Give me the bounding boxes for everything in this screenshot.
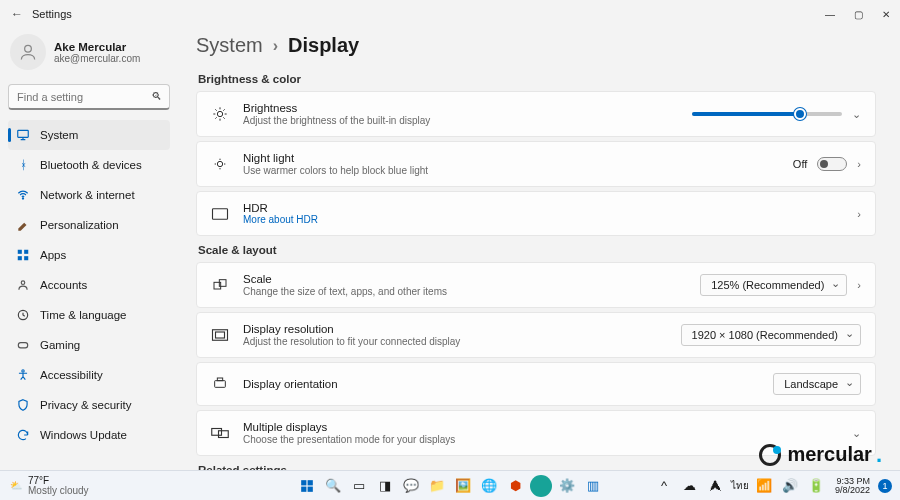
sidebar-item-label: Windows Update [40,429,127,441]
orientation-dropdown[interactable]: Landscape [773,373,861,395]
card-night-light[interactable]: Night light Use warmer colors to help bl… [196,141,876,187]
sidebar-item-system[interactable]: System [8,120,170,150]
sidebar-item-time[interactable]: Time & language [8,300,170,330]
search-icon: 🔍︎ [151,90,162,102]
maximize-button[interactable]: ▢ [844,0,872,28]
sidebar-item-personalization[interactable]: Personalization [8,210,170,240]
card-resolution[interactable]: Display resolution Adjust the resolution… [196,312,876,358]
accounts-icon [16,278,30,292]
svg-rect-6 [24,256,28,260]
photos-app[interactable]: 🖼️ [452,475,474,497]
widgets-button[interactable]: ◨ [374,475,396,497]
hdr-link[interactable]: More about HDR [243,214,843,225]
onedrive-icon[interactable]: ☁ [679,475,701,497]
tray-overflow[interactable]: ^ [653,475,675,497]
resolution-dropdown[interactable]: 1920 × 1080 (Recommended) [681,324,861,346]
svg-rect-4 [24,250,28,254]
card-title: Display resolution [243,323,667,335]
card-orientation[interactable]: Display orientation Landscape [196,362,876,406]
close-button[interactable]: ✕ [872,0,900,28]
back-button[interactable]: ← [6,7,28,21]
clock[interactable]: 9:33 PM 9/8/2022 [835,477,870,495]
card-subtitle: Change the size of text, apps, and other… [243,286,686,297]
svg-rect-13 [213,208,228,219]
profile-email: ake@mercular.com [54,53,140,64]
battery-tray-icon[interactable]: 🔋 [805,475,827,497]
svg-point-11 [217,111,222,116]
card-subtitle: Adjust the resolution to fit your connec… [243,336,667,347]
card-hdr[interactable]: HDR More about HDR › [196,191,876,236]
input-language[interactable]: ไทย [731,478,749,493]
volume-tray-icon[interactable]: 🔊 [779,475,801,497]
sidebar-item-bluetooth[interactable]: ᚼBluetooth & devices [8,150,170,180]
orientation-icon [211,376,229,392]
weather-widget[interactable]: ⛅ 77°F Mostly cloudy [0,476,89,496]
svg-point-12 [217,161,222,166]
search-input[interactable] [8,84,170,110]
shield-icon [16,398,30,412]
chevron-right-icon[interactable]: › [857,279,861,291]
chevron-down-icon[interactable]: ⌄ [852,108,861,121]
card-subtitle: Use warmer colors to help block blue lig… [243,165,779,176]
explorer-app[interactable]: 📁 [426,475,448,497]
sidebar-item-label: Apps [40,249,66,261]
edge-app[interactable]: 🌐 [478,475,500,497]
weather-temp: 77°F [28,476,89,486]
taskview-button[interactable]: ▭ [348,475,370,497]
scale-dropdown[interactable]: 125% (Recommended) [700,274,847,296]
settings-app[interactable]: ⚙️ [556,475,578,497]
search-button[interactable]: 🔍 [322,475,344,497]
notification-badge[interactable]: 1 [878,479,892,493]
card-scale[interactable]: Scale Change the size of text, apps, and… [196,262,876,308]
gaming-icon [16,338,30,352]
sidebar-item-label: Bluetooth & devices [40,159,142,171]
titlebar: ← Settings — ▢ ✕ [0,0,900,28]
sidebar-item-gaming[interactable]: Gaming [8,330,170,360]
card-title: Display orientation [243,378,759,390]
svg-point-2 [22,198,23,199]
card-brightness[interactable]: Brightness Adjust the brightness of the … [196,91,876,137]
night-light-icon [211,156,229,172]
watermark: mercular. [759,443,882,466]
sidebar-item-network[interactable]: Network & internet [8,180,170,210]
minimize-button[interactable]: — [816,0,844,28]
sidebar: Ake Mercular ake@mercular.com 🔍︎ System … [0,28,178,500]
svg-point-10 [22,370,24,372]
sidebar-item-privacy[interactable]: Privacy & security [8,390,170,420]
chevron-down-icon[interactable]: ⌄ [852,427,861,440]
app-pinned-1[interactable] [530,475,552,497]
weather-icon: ⛅ [10,481,22,491]
office-app[interactable]: ⬢ [504,475,526,497]
profile-block[interactable]: Ake Mercular ake@mercular.com [8,32,170,80]
start-button[interactable] [296,475,318,497]
breadcrumb-root[interactable]: System [196,34,263,57]
sidebar-item-apps[interactable]: Apps [8,240,170,270]
chevron-right-icon[interactable]: › [857,158,861,170]
sidebar-item-label: Accounts [40,279,87,291]
brightness-icon [211,106,229,122]
chat-app[interactable]: 💬 [400,475,422,497]
chevron-right-icon[interactable]: › [857,208,861,220]
clock-icon [16,308,30,322]
section-scale: Scale & layout [198,244,876,256]
night-light-toggle[interactable] [817,157,847,171]
sidebar-item-label: Time & language [40,309,127,321]
sidebar-item-label: Privacy & security [40,399,131,411]
wifi-tray-icon[interactable]: 📶 [753,475,775,497]
card-title: Multiple displays [243,421,838,433]
search-box[interactable]: 🔍︎ [8,84,170,110]
sidebar-item-accounts[interactable]: Accounts [8,270,170,300]
svg-rect-19 [217,378,222,381]
sidebar-item-accessibility[interactable]: Accessibility [8,360,170,390]
main-content: System › Display Brightness & color Brig… [178,28,900,500]
svg-rect-1 [18,130,29,137]
location-icon[interactable]: ⮝ [705,475,727,497]
brightness-slider[interactable] [692,112,842,116]
card-title: Night light [243,152,779,164]
sidebar-item-update[interactable]: Windows Update [8,420,170,450]
section-brightness: Brightness & color [198,73,876,85]
svg-rect-26 [308,486,313,491]
app-pinned-2[interactable]: ▥ [582,475,604,497]
sidebar-item-label: Gaming [40,339,80,351]
system-tray: ^ ☁ ⮝ ไทย 📶 🔊 🔋 9:33 PM 9/8/2022 1 [653,475,892,497]
